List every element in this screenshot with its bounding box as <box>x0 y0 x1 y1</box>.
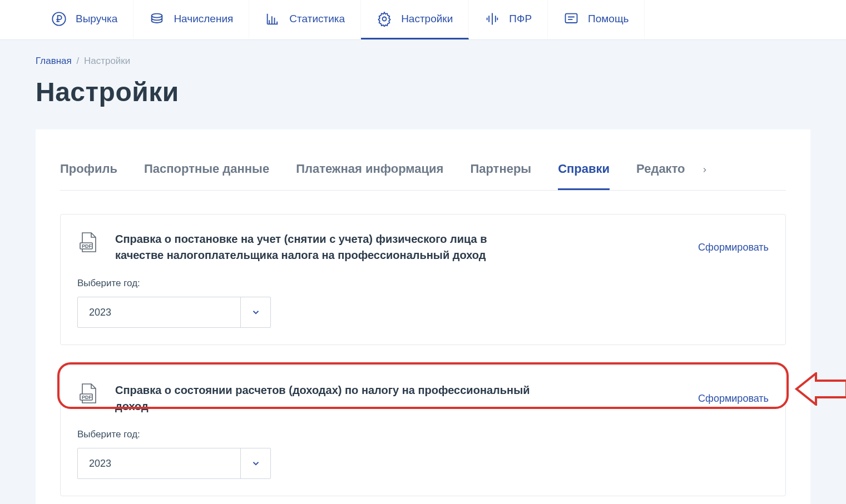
pdf-file-icon: PDF <box>77 231 100 253</box>
svg-point-1 <box>152 14 162 18</box>
nav-label: Помощь <box>588 13 629 25</box>
nav-statistics[interactable]: Статистика <box>249 0 361 39</box>
pfr-icon <box>484 11 500 27</box>
year-select[interactable]: 2023 <box>77 297 271 328</box>
doc-title: Справка о состоянии расчетов (доходах) п… <box>115 382 538 415</box>
nav-label: Выручка <box>76 13 117 25</box>
pdf-file-icon: PDF <box>77 382 100 405</box>
doc-title: Справка о постановке на учет (снятии с у… <box>115 231 538 263</box>
tab-editor[interactable]: Редакто <box>636 162 685 190</box>
svg-text:PDF: PDF <box>82 395 92 400</box>
nav-label: Настройки <box>401 13 453 25</box>
settings-tabs: Профиль Паспортные данные Платежная инфо… <box>60 162 786 191</box>
tab-passport[interactable]: Паспортные данные <box>144 162 269 190</box>
nav-label: Начисления <box>174 13 233 25</box>
certificate-registration-block: PDF Справка о постановке на учет (снятии… <box>60 214 786 345</box>
generate-button[interactable]: Сформировать <box>698 242 769 253</box>
tab-partners[interactable]: Партнеры <box>470 162 531 190</box>
year-select-toggle[interactable] <box>240 448 270 478</box>
coins-icon <box>149 11 165 27</box>
generate-button[interactable]: Сформировать <box>698 393 769 405</box>
year-select-value: 2023 <box>78 458 240 470</box>
year-select[interactable]: 2023 <box>77 448 271 479</box>
nav-revenue[interactable]: Выручка <box>36 0 133 39</box>
tab-payment[interactable]: Платежная информация <box>296 162 443 190</box>
tab-profile[interactable]: Профиль <box>60 162 117 190</box>
chevron-down-icon <box>251 458 261 468</box>
page-title: Настройки <box>36 77 810 107</box>
year-select-label: Выберите год: <box>77 278 769 289</box>
nav-label: ПФР <box>509 13 532 25</box>
chevron-down-icon <box>251 307 261 317</box>
ruble-circle-icon <box>51 11 67 27</box>
breadcrumb-root-link[interactable]: Главная <box>36 56 72 66</box>
settings-card: Профиль Паспортные данные Платежная инфо… <box>36 129 810 504</box>
doc-header: PDF Справка о состоянии расчетов (дохода… <box>77 382 769 415</box>
nav-label: Статистика <box>289 13 345 25</box>
breadcrumb: Главная / Настройки <box>36 56 810 67</box>
top-nav: Выручка Начисления Статистика Настройки … <box>0 0 846 40</box>
certificate-income-block: PDF Справка о состоянии расчетов (дохода… <box>60 365 786 496</box>
year-select-label: Выберите год: <box>77 429 769 440</box>
svg-point-0 <box>52 12 65 25</box>
nav-accruals[interactable]: Начисления <box>133 0 249 39</box>
nav-pfr[interactable]: ПФР <box>469 0 548 39</box>
arrow-annotation <box>794 372 846 408</box>
svg-point-2 <box>383 17 387 21</box>
bar-chart-icon <box>265 11 280 27</box>
nav-help[interactable]: Помощь <box>548 0 645 39</box>
doc-header: PDF Справка о постановке на учет (снятии… <box>77 231 769 263</box>
gear-icon <box>377 11 392 27</box>
nav-settings[interactable]: Настройки <box>361 0 469 39</box>
year-select-value: 2023 <box>78 307 240 318</box>
breadcrumb-separator: / <box>76 56 79 66</box>
svg-text:PDF: PDF <box>82 243 92 249</box>
breadcrumb-current: Настройки <box>84 56 130 66</box>
chevron-right-icon[interactable] <box>701 166 709 174</box>
svg-rect-3 <box>566 14 577 23</box>
tab-certificates[interactable]: Справки <box>558 162 610 190</box>
chat-icon <box>563 11 579 27</box>
year-select-toggle[interactable] <box>240 297 270 327</box>
